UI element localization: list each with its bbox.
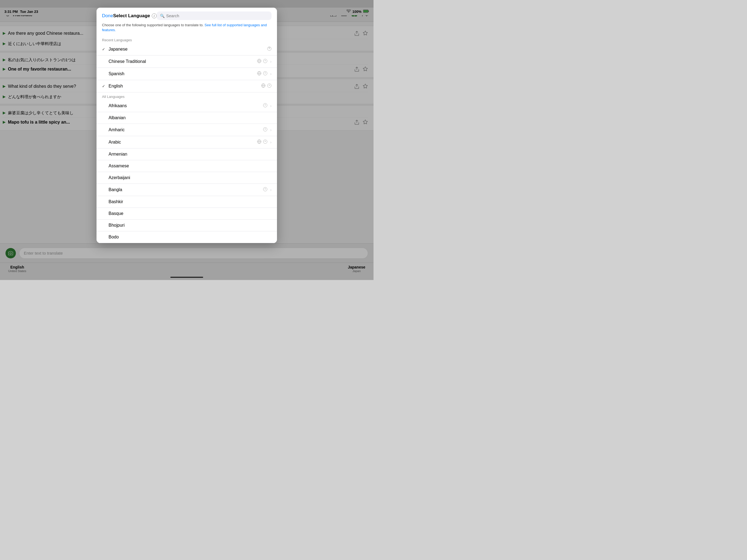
lang-icons: › (257, 71, 272, 77)
search-input[interactable] (166, 14, 268, 18)
svg-point-16 (269, 48, 269, 49)
lang-name: Basque (108, 211, 269, 216)
lang-name: Spanish (108, 71, 255, 76)
modal-overlay: Done Select Language i 🔍 Choose one of t… (0, 0, 374, 280)
lang-icons: › (263, 103, 272, 108)
lang-item-spanish[interactable]: Spanish › (97, 68, 277, 80)
lang-name: Armenian (108, 152, 269, 157)
chevron-right-icon: › (270, 187, 272, 192)
lang-item-bashkir[interactable]: Bashkir (97, 196, 277, 208)
lang-item-amharic[interactable]: Amharic › (97, 124, 277, 136)
lang-name: Arabic (108, 140, 255, 145)
lang-name: Japanese (108, 47, 265, 52)
modal-title: Select Language i (113, 13, 157, 19)
lang-item-arabic[interactable]: Arabic › (97, 136, 277, 149)
lang-icons: › (263, 187, 272, 193)
globe-icon (257, 71, 261, 77)
svg-point-42 (265, 189, 265, 189)
lang-icons: › (257, 139, 272, 145)
lang-name: Bashkir (108, 199, 269, 204)
chevron-right-icon: › (270, 140, 272, 144)
lang-icons: › (263, 127, 272, 133)
lang-item-basque[interactable]: Basque (97, 208, 277, 220)
speaker-icon (267, 83, 272, 89)
lang-item-azerbaijani[interactable]: Azerbaijani (97, 172, 277, 184)
lang-icons (267, 47, 272, 52)
lang-item-afrikaans[interactable]: Afrikaans › (97, 100, 277, 112)
lang-name: Bangla (108, 187, 261, 192)
chevron-right-icon: › (270, 104, 272, 108)
info-icon[interactable]: i (152, 14, 157, 18)
all-languages-header: All Languages (97, 93, 277, 100)
speaker-icon (267, 47, 272, 52)
lang-name: Bhojpuri (108, 223, 269, 228)
modal-description: Choose one of the following supported la… (102, 23, 272, 32)
lang-name: Albanian (108, 116, 269, 120)
lang-icons: › (257, 59, 272, 64)
lang-item-chinese-traditional[interactable]: Chinese Traditional › (97, 55, 277, 68)
lang-name: Afrikaans (108, 103, 261, 108)
chevron-right-icon: › (270, 128, 272, 132)
lang-item-bodo[interactable]: Bodo (97, 231, 277, 243)
lang-item-assamese[interactable]: Assamese (97, 160, 277, 172)
lang-name: Bodo (108, 235, 269, 239)
speaker-icon (263, 139, 267, 145)
chevron-right-icon: › (270, 59, 272, 64)
globe-icon (261, 83, 265, 89)
check-icon: ✓ (102, 47, 106, 51)
modal-title-row: Done Select Language i 🔍 (102, 11, 272, 20)
modal-title-text: Select Language (113, 13, 150, 19)
speaker-icon (263, 103, 267, 108)
svg-point-40 (265, 142, 265, 142)
speaker-icon (263, 187, 267, 193)
lang-item-bangla[interactable]: Bangla › (97, 184, 277, 196)
lang-item-albanian[interactable]: Albanian (97, 112, 277, 124)
speaker-icon (263, 127, 267, 133)
globe-icon (257, 59, 261, 64)
chevron-right-icon: › (270, 72, 272, 76)
lang-item-japanese[interactable]: ✓ Japanese (97, 43, 277, 55)
lang-name: Amharic (108, 127, 261, 132)
lang-icons (261, 83, 272, 89)
svg-point-21 (265, 61, 265, 61)
lang-item-english[interactable]: ✓ English (97, 80, 277, 93)
svg-point-33 (265, 105, 265, 105)
check-icon: ✓ (102, 84, 106, 88)
done-button[interactable]: Done (102, 13, 113, 19)
svg-point-31 (269, 85, 269, 86)
select-language-modal: Done Select Language i 🔍 Choose one of t… (97, 8, 277, 243)
svg-point-26 (265, 73, 265, 74)
modal-header: Done Select Language i 🔍 Choose one of t… (97, 8, 277, 36)
lang-name: English (108, 84, 259, 88)
modal-body: Recent Languages ✓ Japanese Chinese Trad… (97, 36, 277, 243)
lang-name: Azerbaijani (108, 175, 269, 180)
lang-name: Chinese Traditional (108, 59, 255, 64)
speaker-icon (263, 71, 267, 77)
recent-languages-header: Recent Languages (97, 36, 277, 43)
lang-name: Assamese (108, 163, 269, 169)
search-field[interactable]: 🔍 (157, 11, 272, 20)
globe-icon (257, 139, 261, 145)
lang-item-bhojpuri[interactable]: Bhojpuri (97, 220, 277, 231)
lang-item-armenian[interactable]: Armenian (97, 149, 277, 160)
search-icon: 🔍 (160, 14, 164, 18)
speaker-icon (263, 59, 267, 64)
svg-point-35 (265, 129, 265, 130)
